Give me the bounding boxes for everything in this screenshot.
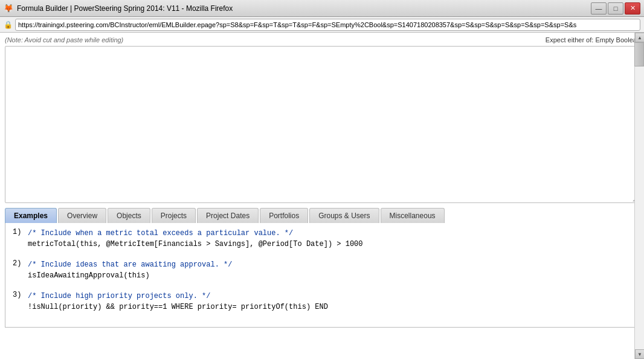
example-code: /* Include when a metric total exceeds a… [28, 228, 363, 250]
formula-editor[interactable]: ◢ [5, 46, 640, 203]
example-code: /* Include ideas that are awaiting appro… [28, 259, 232, 281]
minimize-button[interactable]: — [591, 2, 607, 15]
note-text: (Note: Avoid cut and paste while editing… [5, 36, 123, 44]
example-comment: /* Include high priority projects only. … [28, 292, 210, 300]
tab-portfolios[interactable]: Portfolios [260, 208, 308, 223]
note-bar: (Note: Avoid cut and paste while editing… [5, 36, 640, 44]
page-content: (Note: Avoid cut and paste while editing… [0, 33, 644, 359]
tab-groups-users[interactable]: Groups & Users [309, 208, 379, 223]
lock-icon: 🔒 [4, 21, 13, 29]
firefox-icon: 🦊 [4, 4, 13, 13]
main-window: (Note: Avoid cut and paste while editing… [0, 33, 644, 359]
tab-projects[interactable]: Projects [152, 208, 196, 223]
scrollbar-track: ▲ ▼ [634, 33, 644, 359]
close-button[interactable]: ✕ [625, 2, 640, 15]
example-code: /* Include high priority projects only. … [28, 291, 328, 312]
example-comment: /* Include when a metric total exceeds a… [28, 229, 293, 238]
example-item: 1)/* Include when a metric total exceeds… [13, 228, 633, 250]
tab-project-dates[interactable]: Project Dates [197, 208, 259, 223]
window-controls: — □ ✕ [591, 2, 640, 15]
tab-examples[interactable]: Examples [5, 208, 57, 223]
address-bar: 🔒 https://trainingxl.psteering.com/BCIns… [0, 17, 644, 33]
example-code-line: !isNull(priority) && priority==1 WHERE p… [28, 302, 328, 312]
example-item: 2)/* Include ideas that are awaiting app… [13, 259, 633, 281]
example-item: 3)/* Include high priority projects only… [13, 291, 633, 312]
url-field[interactable]: https://trainingxl.psteering.com/BCInstr… [15, 19, 640, 31]
window-title: Formula Builder | PowerSteering Spring 2… [17, 4, 587, 13]
example-number: 2) [13, 259, 28, 268]
maximize-button[interactable]: □ [608, 2, 623, 15]
expect-text: Expect either of: Empty Boolean [546, 36, 640, 44]
scrollbar-down-arrow[interactable]: ▼ [635, 349, 644, 359]
examples-panel: 1)/* Include when a metric total exceeds… [5, 223, 640, 328]
tab-overview[interactable]: Overview [58, 208, 106, 223]
example-code-line: metricTotal(this, @MetricItem[Financials… [28, 239, 363, 250]
tabs-section: ExamplesOverviewObjectsProjectsProject D… [5, 208, 640, 328]
tab-objects[interactable]: Objects [108, 208, 150, 223]
tabs-row: ExamplesOverviewObjectsProjectsProject D… [5, 208, 640, 223]
scrollbar-thumb[interactable] [634, 42, 644, 66]
example-code-line: isIdeaAwaitingApproval(this) [28, 270, 232, 281]
tab-miscellaneous[interactable]: Miscellaneous [381, 208, 445, 223]
example-number: 1) [13, 228, 28, 236]
scrollbar-up-arrow[interactable]: ▲ [635, 33, 644, 42]
example-comment: /* Include ideas that are awaiting appro… [28, 260, 232, 269]
example-number: 3) [13, 291, 28, 299]
title-bar: 🦊 Formula Builder | PowerSteering Spring… [0, 0, 644, 17]
